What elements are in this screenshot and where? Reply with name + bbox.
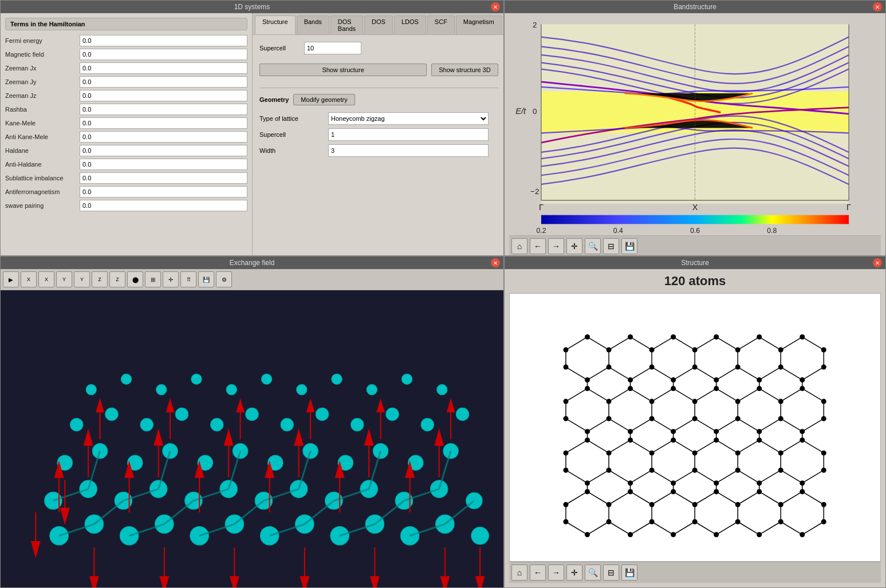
ex-cross-button[interactable]: ✛: [163, 271, 179, 287]
svg-point-42: [360, 480, 378, 498]
svg-point-74: [226, 384, 237, 394]
svg-point-75: [261, 374, 271, 384]
param-input-swave-pairing[interactable]: [80, 200, 247, 211]
exchange-svg: [1, 290, 503, 588]
svg-point-30: [400, 526, 419, 545]
width-label: Width: [259, 147, 328, 154]
tab-dos-bands[interactable]: DOS Bands: [330, 15, 363, 34]
titlebar-1d: 1D systems ✕: [1, 1, 503, 13]
svg-point-24: [190, 526, 209, 545]
ex-btn4[interactable]: Y: [74, 271, 90, 287]
param-input-rashba[interactable]: [80, 104, 247, 115]
ex-btn6[interactable]: Z: [109, 271, 125, 287]
svg-rect-19: [1, 290, 503, 588]
geometry-section: Geometry Modify geometry Type of lattice…: [259, 88, 498, 157]
geo-supercell-row: Supercell: [259, 128, 498, 141]
svg-point-76: [297, 384, 307, 394]
close-structure-button[interactable]: ✕: [873, 258, 882, 267]
lattice-type-row: Type of lattice Honeycomb zigzag Honeyco…: [259, 112, 498, 125]
ex-settings-button[interactable]: ⚙: [216, 271, 232, 287]
tab-bands[interactable]: Bands: [297, 15, 329, 34]
svg-rect-13: [541, 215, 849, 224]
title-structure: Structure: [681, 259, 709, 267]
tab-ldos[interactable]: LDOS: [394, 15, 426, 34]
param-input-zeeman-jy[interactable]: [80, 76, 247, 88]
param-row: Sublattice imbalance: [5, 172, 247, 184]
struct-back-button[interactable]: ←: [530, 565, 546, 581]
param-label: Antiferromagnetism: [5, 188, 80, 195]
lattice-type-label: Type of lattice: [259, 115, 328, 122]
svg-point-32: [471, 527, 489, 544]
geo-supercell-input[interactable]: [328, 128, 489, 141]
band-pan-button[interactable]: ✛: [566, 238, 582, 254]
band-settings-button[interactable]: ⊟: [603, 238, 619, 254]
param-input-zeeman-jx[interactable]: [80, 62, 247, 74]
ex-play-button[interactable]: ▶: [3, 271, 19, 287]
param-row: Rashba: [5, 104, 247, 115]
svg-point-256: [671, 532, 676, 538]
supercell-row: Supercell: [259, 42, 498, 54]
modify-geometry-button[interactable]: Modify geometry: [293, 94, 355, 105]
ex-grid-button[interactable]: ⊞: [145, 271, 161, 287]
ex-dots-button[interactable]: ⠿: [180, 271, 196, 287]
param-input-haldane[interactable]: [80, 145, 247, 156]
param-row: Zeeman Jz: [5, 90, 247, 101]
param-label: Zeeman Jx: [5, 65, 80, 72]
svg-point-61: [175, 408, 188, 420]
param-input-magnetic-field[interactable]: [80, 49, 247, 60]
struct-forward-button[interactable]: →: [548, 565, 564, 581]
band-back-button[interactable]: ←: [530, 238, 546, 254]
param-label: Zeeman Jz: [5, 92, 80, 99]
tab-magnetism[interactable]: Magnetism: [456, 15, 502, 34]
tab-dos[interactable]: DOS: [364, 15, 393, 34]
svg-point-68: [421, 419, 434, 431]
band-forward-button[interactable]: →: [548, 238, 564, 254]
param-input-antiferromagnetism[interactable]: [80, 186, 247, 198]
ex-btn5[interactable]: Z: [92, 271, 108, 287]
geometry-label: Geometry: [259, 96, 289, 103]
band-save-button[interactable]: 💾: [621, 238, 637, 254]
width-input[interactable]: [328, 144, 489, 157]
struct-settings-button[interactable]: ⊟: [603, 565, 619, 581]
svg-point-69: [456, 408, 468, 420]
supercell-label: Supercell: [259, 45, 300, 52]
svg-point-70: [86, 384, 96, 394]
tab-structure[interactable]: Structure: [255, 15, 296, 34]
show-structure-3d-button[interactable]: Show structure 3D: [431, 64, 498, 76]
param-input-zeeman-jz[interactable]: [80, 90, 247, 101]
struct-pan-button[interactable]: ✛: [566, 565, 582, 581]
struct-home-button[interactable]: ⌂: [511, 565, 527, 581]
param-input-sublattice-imbalance[interactable]: [80, 172, 247, 184]
param-input-anti-haldane[interactable]: [80, 159, 247, 170]
param-label: Fermi energy: [5, 37, 80, 44]
svg-text:0: 0: [533, 107, 537, 116]
param-input-anti-kane-mele[interactable]: [80, 131, 247, 143]
close-exchange-button[interactable]: ✕: [491, 258, 500, 267]
band-content: 2 0 −2 E/t Γ X Γ 0.2 0.4: [505, 13, 885, 256]
close-band-button[interactable]: ✕: [873, 2, 882, 11]
struct-zoom-button[interactable]: 🔍: [585, 565, 601, 581]
band-home-button[interactable]: ⌂: [511, 238, 527, 254]
svg-point-77: [332, 374, 342, 384]
struct-save-button[interactable]: 💾: [621, 565, 637, 581]
svg-text:X: X: [692, 203, 698, 212]
structure-toolbar: ⌂ ← → ✛ 🔍 ⊟ 💾: [509, 562, 881, 583]
param-input-kane-mele[interactable]: [80, 117, 247, 129]
lattice-type-select[interactable]: Honeycomb zigzag Honeycomb armchair Squa…: [328, 112, 489, 125]
show-structure-button[interactable]: Show structure: [259, 64, 427, 76]
supercell-input[interactable]: [304, 42, 361, 54]
ex-btn3[interactable]: Y: [56, 271, 72, 287]
param-input-fermi-energy[interactable]: [80, 35, 247, 46]
tabs-row: StructureBandsDOS BandsDOSLDOSSCFMagneti…: [253, 13, 503, 35]
close-1d-button[interactable]: ✕: [491, 2, 500, 11]
band-zoom-button[interactable]: 🔍: [585, 238, 601, 254]
svg-text:Γ: Γ: [846, 203, 851, 212]
ex-save-button[interactable]: 💾: [198, 271, 214, 287]
tab-scf[interactable]: SCF: [427, 15, 455, 34]
ex-sphere-button[interactable]: ⬤: [127, 271, 143, 287]
title-band: Bandstructure: [674, 3, 716, 11]
ex-btn2[interactable]: X: [38, 271, 54, 287]
svg-point-36: [149, 480, 167, 498]
title-exchange: Exchange field: [230, 259, 275, 267]
ex-btn1[interactable]: X: [21, 271, 37, 287]
